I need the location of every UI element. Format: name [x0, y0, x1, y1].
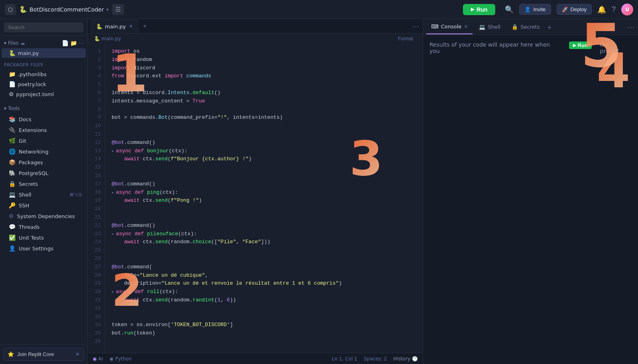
- sidebar-item-shell[interactable]: 💻 Shell ⌘⌥S: [2, 189, 86, 200]
- history-icon: 🕐: [412, 356, 418, 362]
- console-tab-close-icon[interactable]: ✕: [464, 24, 468, 30]
- pages-button[interactable]: ☰: [112, 4, 124, 15]
- rpanel-menu-button[interactable]: ⋯: [628, 23, 635, 31]
- sidebar-item-networking[interactable]: 🌐 Networking: [2, 146, 86, 157]
- editor-area: 1 2 3 🐍 main.py ✕ ＋ ⋯ 🐍 main.py Format 1…: [88, 19, 423, 364]
- file-name: .pythonlibs: [18, 71, 47, 77]
- secrets-tab-icon: 🔒: [512, 24, 518, 30]
- file-item-pythonlibs[interactable]: 📁 .pythonlibs: [2, 69, 86, 79]
- tool-name: Extensions: [19, 127, 47, 133]
- tool-name: Secrets: [19, 181, 38, 187]
- more-icon[interactable]: ⋯: [79, 40, 84, 46]
- ai-indicator[interactable]: ◉ AI: [93, 356, 103, 362]
- new-folder-icon[interactable]: 📁: [70, 40, 77, 46]
- join-core-label: Join Replit Core: [17, 351, 54, 357]
- join-core-button[interactable]: ⭐ Join Replit Core ✕: [3, 348, 84, 361]
- project-name[interactable]: 🐍 BotDiscordCommentCoder ▾: [19, 6, 109, 13]
- files-chevron-icon: ▾: [4, 40, 6, 46]
- python-indicator[interactable]: ◉ Python: [109, 356, 132, 362]
- join-core-close-icon[interactable]: ✕: [75, 351, 80, 357]
- right-panel: 4 5 ⌨ Console ✕ 💻 Shell 🔒 Secrets ＋ ⋯ Re…: [423, 19, 638, 364]
- file-icon-lock: 📄: [9, 81, 16, 87]
- sidebar-item-threads[interactable]: 💬 Threads: [2, 222, 86, 232]
- console-text: Results of your code will appear here wh…: [429, 41, 561, 54]
- sidebar-item-packages[interactable]: 📦 Packages: [2, 157, 86, 167]
- bell-button[interactable]: 🔔: [597, 5, 606, 14]
- file-item-poetry-lock[interactable]: 📄 poetry.lock: [2, 79, 86, 89]
- history-button[interactable]: History 🕐: [393, 356, 418, 362]
- tab-label: main.py: [105, 24, 126, 30]
- tab-main-py[interactable]: 🐍 main.py ✕: [91, 20, 138, 33]
- packager-label: Packager files: [0, 58, 87, 69]
- tools-section: ▾ Tools 📚 Docs 🔌 Extensions 🌿 Git 🌐 Netw…: [0, 102, 87, 256]
- tab-secrets[interactable]: 🔒 Secrets: [507, 20, 544, 34]
- editor-tabs-menu-button[interactable]: ⋯: [412, 22, 419, 31]
- folder-icon: 📁: [9, 71, 16, 77]
- line-numbers: 12345 678910 1112131415 1617181920 21222…: [88, 44, 105, 353]
- tools-label: Tools: [8, 106, 20, 111]
- sidebar-item-extensions[interactable]: 🔌 Extensions: [2, 125, 86, 135]
- editor-breadcrumb: 🐍 main.py Format: [88, 33, 423, 44]
- system-deps-icon: ⚙️: [9, 213, 14, 219]
- tool-name: Threads: [19, 224, 39, 230]
- threads-icon: 💬: [9, 224, 16, 230]
- topbar-right: 🔍 👤 Invite 🚀 Deploy 🔔 ? U: [505, 4, 633, 16]
- run-button[interactable]: Run: [463, 4, 495, 15]
- sidebar-item-unit-tests[interactable]: ✅ Unit Tests: [2, 232, 86, 243]
- position-indicator: Ln 1, Col 1: [332, 356, 357, 362]
- python-status-icon: ◉: [109, 356, 113, 362]
- spaces-indicator: Spaces: 2: [364, 356, 387, 362]
- deploy-icon: 🚀: [562, 6, 568, 12]
- shell-icon: 💻: [9, 191, 16, 198]
- avatar[interactable]: U: [621, 4, 633, 16]
- rpanel-add-button[interactable]: ＋: [546, 22, 553, 32]
- project-icon: 🐍: [19, 6, 27, 13]
- invite-icon: 👤: [524, 6, 531, 12]
- tab-python-icon: 🐍: [96, 24, 102, 30]
- status-left: ◉ AI ◉ Python: [93, 356, 132, 362]
- console-run-button[interactable]: Run: [569, 41, 592, 49]
- console-icon: ⌨: [431, 24, 439, 30]
- breadcrumb-python-icon: 🐍: [94, 36, 100, 41]
- tools-header[interactable]: ▾ Tools: [0, 103, 87, 114]
- format-button[interactable]: Format: [395, 35, 416, 42]
- invite-button[interactable]: 👤 Invite: [519, 4, 551, 15]
- tool-name: SSH: [19, 203, 29, 209]
- extensions-icon: 🔌: [9, 127, 16, 133]
- console-tab-label: Console: [441, 24, 462, 30]
- sidebar-item-secrets[interactable]: 🔒 Secrets: [2, 179, 86, 189]
- help-button[interactable]: ?: [612, 5, 616, 14]
- sidebar-item-system-dependencies[interactable]: ⚙️ System Dependencies: [2, 211, 86, 221]
- tab-shell[interactable]: 💻 Shell: [474, 20, 505, 34]
- git-icon: 🌿: [9, 138, 16, 144]
- ssh-icon: 🔑: [9, 202, 16, 209]
- search-button[interactable]: 🔍: [505, 5, 514, 14]
- sidebar-item-ssh[interactable]: 🔑 SSH: [2, 200, 86, 211]
- file-name: poetry.lock: [18, 81, 46, 87]
- code-editor[interactable]: import os import random import discord f…: [105, 44, 423, 353]
- sidebar-item-user-settings[interactable]: 👤 User Settings: [2, 243, 86, 254]
- sidebar-item-postgresql[interactable]: 🐘 PostgreSQL: [2, 168, 86, 178]
- right-panel-tabs: ⌨ Console ✕ 💻 Shell 🔒 Secrets ＋ ⋯: [423, 19, 638, 35]
- search-input[interactable]: [4, 22, 83, 32]
- console-text2: the project.: [600, 41, 632, 54]
- file-item-main-py[interactable]: 🐍 main.py: [2, 48, 86, 58]
- tab-add-button[interactable]: ＋: [140, 22, 150, 30]
- shell-tab-icon: 💻: [479, 24, 485, 30]
- new-file-icon[interactable]: 📄: [62, 40, 69, 46]
- file-name: pyproject.toml: [16, 91, 54, 97]
- tool-name: PostgreSQL: [19, 170, 48, 176]
- cloud-icon: ☁: [20, 40, 25, 46]
- sidebar-item-docs[interactable]: 📚 Docs: [2, 114, 86, 124]
- app-logo: ⬡: [5, 4, 16, 15]
- tool-name: Shell: [19, 192, 32, 198]
- status-bar: ◉ AI ◉ Python Ln 1, Col 1 Spaces: 2 Hist…: [88, 353, 423, 364]
- shell-tab-label: Shell: [488, 24, 500, 30]
- file-item-pyproject[interactable]: ⚙️ pyproject.toml: [2, 89, 86, 99]
- sidebar-item-git[interactable]: 🌿 Git: [2, 136, 86, 146]
- tool-name: Git: [19, 138, 26, 144]
- ai-circle-icon: ◉: [93, 356, 96, 362]
- tab-close-icon[interactable]: ✕: [129, 24, 133, 29]
- deploy-button[interactable]: 🚀 Deploy: [557, 4, 592, 15]
- tab-console[interactable]: ⌨ Console ✕: [426, 20, 473, 34]
